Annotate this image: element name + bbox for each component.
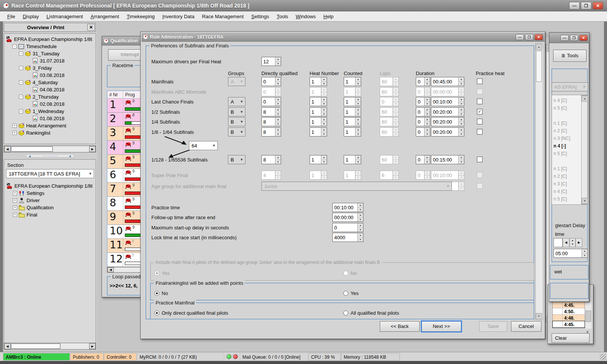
spin-up-icon[interactable]: ▲	[321, 77, 327, 82]
spin-up-icon[interactable]: ▲	[425, 155, 430, 160]
listbox-vscrollbar[interactable]: ▲ ▼	[581, 95, 588, 204]
spin-down-icon[interactable]: ▼	[275, 160, 281, 164]
tree-item[interactable]: 03.08.2018	[6, 72, 96, 79]
spin-up-icon[interactable]: ▲	[459, 128, 464, 132]
spinner-updown[interactable]: ▲▼	[569, 238, 576, 247]
interrupt-button[interactable]: Interrupt	[108, 49, 141, 61]
spin-down-icon[interactable]: ▼	[275, 132, 281, 136]
directly-qualified-spinner[interactable]: 8▲▼	[261, 155, 281, 164]
max-drivers-spinner[interactable]: 12 ▲▼	[261, 57, 281, 66]
menu-help[interactable]: Help	[320, 12, 337, 21]
arrow-left-icon[interactable]: ◀	[563, 238, 569, 247]
heat-number-spinner[interactable]: 1▲▼	[310, 97, 327, 106]
spin-up-icon[interactable]: ▲	[321, 155, 327, 160]
heat-listbox[interactable]: n 4 [C]n 5 [C]n 1 [C]n 2 [C]n 3 [NC]n 4 …	[552, 95, 588, 205]
tree-item[interactable]: 04.08.2018	[6, 86, 96, 93]
qualification-row[interactable]: 89	[107, 197, 141, 211]
spin-down-icon[interactable]: ▼	[459, 102, 464, 106]
spin-down-icon[interactable]: ▼	[425, 122, 430, 126]
spin-down-icon[interactable]: ▼	[459, 82, 464, 86]
duration-time-spinner[interactable]: 00:20:00▲▼	[431, 117, 464, 126]
qualification-row[interactable]: 12!	[107, 253, 141, 267]
spin-down-icon[interactable]: ▼	[425, 160, 430, 164]
counted-spinner[interactable]: 1▲▼	[344, 77, 361, 86]
practice-heat-checkbox[interactable]	[477, 78, 483, 84]
clear-button[interactable]: Clear	[552, 333, 590, 343]
tree-item[interactable]: 02.08.2018	[6, 100, 96, 108]
spin-up-icon[interactable]: ▲	[321, 97, 327, 102]
directly-qualified-spinner[interactable]: 8▲▼	[261, 127, 281, 136]
spin-up-icon[interactable]: ▲	[425, 118, 430, 122]
spin-down-icon[interactable]: ▼	[425, 112, 430, 116]
counted-spinner[interactable]: 1▲▼	[344, 155, 361, 164]
tree-item[interactable]: −3_Friday	[6, 64, 96, 72]
ranking-no-radio[interactable]: No	[154, 290, 168, 296]
next-button[interactable]: Next >>	[421, 321, 461, 332]
tree-item[interactable]: −4_Saturday	[6, 79, 96, 86]
spin-up-icon[interactable]: ▲	[355, 155, 361, 160]
menu-arrangement[interactable]: Arrangement	[87, 12, 123, 21]
duration-days-spinner[interactable]: 0▲▼	[416, 127, 430, 136]
spin-down-icon[interactable]: ▼	[425, 102, 430, 106]
result-row[interactable]: 4:50.	[553, 308, 585, 315]
scroll-thumb[interactable]	[11, 146, 53, 152]
scroll-down-icon[interactable]: ▼	[582, 198, 588, 204]
tree-expand-icon[interactable]: −	[13, 44, 17, 49]
qualification-row[interactable]: 28	[107, 113, 141, 127]
spin-up-icon[interactable]: ▲	[459, 77, 464, 82]
minimize-button[interactable]: —	[516, 34, 524, 40]
qualification-row[interactable]: 49	[107, 141, 141, 155]
groups-combobox[interactable]: B▼	[228, 127, 245, 136]
sidebar-hscrollbar-bottom[interactable]: ◀ ▶	[4, 343, 96, 350]
duration-time-spinner[interactable]: 00:20:00▲▼	[431, 107, 464, 116]
qualification-row[interactable]: 59	[107, 155, 141, 169]
heat-number-spinner[interactable]: 1▲▼	[310, 77, 327, 86]
result-row[interactable]: 4:45.	[553, 321, 585, 328]
tree-item[interactable]: +Rankinglist	[6, 129, 96, 136]
spin-up-icon[interactable]: ▲	[425, 128, 430, 132]
spin-down-icon[interactable]: ▼	[321, 102, 327, 106]
spin-down-icon[interactable]: ▼	[355, 82, 361, 86]
tree-item[interactable]: −31_Tuesday	[6, 50, 96, 57]
field-spinner[interactable]: 00:00:00▲▼	[332, 213, 363, 222]
qualification-row[interactable]: 109	[107, 225, 141, 239]
menu-race-management[interactable]: Race Management	[198, 12, 247, 21]
spin-up-icon[interactable]: ▲	[358, 223, 363, 228]
minimize-button[interactable]: —	[569, 2, 580, 9]
spin-up-icon[interactable]: ▲	[425, 97, 430, 102]
cancel-button[interactable]: Cancel	[511, 321, 541, 332]
tree-item[interactable]: 01.08.2018	[6, 115, 96, 122]
spin-up-icon[interactable]: ▲	[358, 233, 363, 238]
counted-spinner[interactable]: 1▲▼	[344, 97, 361, 106]
restore-button[interactable]: ❐	[525, 34, 533, 40]
duration-days-spinner[interactable]: 0▲▼	[416, 117, 430, 126]
scroll-thumb[interactable]	[536, 51, 542, 82]
spin-up-icon[interactable]: ▲	[459, 118, 464, 122]
restore-button[interactable]: ❐	[570, 35, 578, 41]
spin-up-icon[interactable]: ▲	[275, 155, 281, 160]
spin-down-icon[interactable]: ▼	[321, 82, 327, 86]
field-spinner[interactable]: 4000▲▼	[332, 233, 363, 242]
spin-up-icon[interactable]: ▲	[459, 97, 464, 102]
spin-down-icon[interactable]: ▼	[459, 122, 464, 126]
spin-down-icon[interactable]: ▼	[355, 102, 361, 106]
field-spinner[interactable]: 0▲▼	[332, 223, 363, 232]
tree-expand-icon[interactable]: +	[13, 198, 17, 202]
spin-up-icon[interactable]: ▲	[275, 128, 281, 132]
menu-timekeeping[interactable]: Timekeeping	[123, 12, 158, 21]
spin-down-icon[interactable]: ▼	[355, 112, 361, 116]
spin-down-icon[interactable]: ▼	[355, 132, 361, 136]
spin-up-icon[interactable]: ▲	[459, 108, 464, 112]
close-button[interactable]: ✕	[579, 35, 588, 41]
scroll-up-icon[interactable]: ▲	[536, 44, 542, 50]
menu-settings[interactable]: Settings	[248, 12, 272, 21]
practice-all-radio[interactable]: All qualified final pilots	[343, 310, 399, 316]
groups-combobox[interactable]: A▼	[228, 97, 245, 106]
spin-up-icon[interactable]: ▲	[275, 108, 281, 112]
tree-expand-icon[interactable]: −	[19, 66, 23, 70]
spin-up-icon[interactable]: ▲	[321, 128, 327, 132]
spin-up-icon[interactable]: ▲	[459, 155, 464, 160]
age-group-combobox[interactable]: Junior ▼	[261, 182, 452, 191]
spin-up-icon[interactable]: ▲	[425, 108, 430, 112]
practice-heat-checkbox[interactable]	[477, 157, 483, 162]
